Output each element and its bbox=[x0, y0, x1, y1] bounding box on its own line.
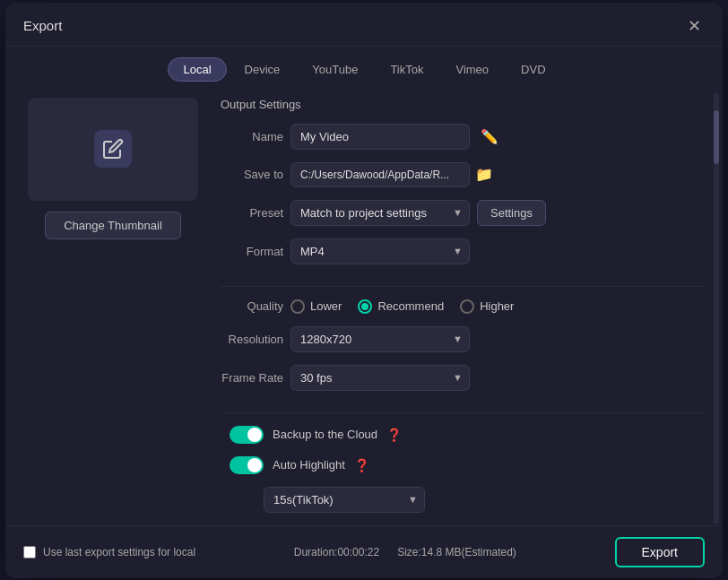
change-thumbnail-button[interactable]: Change Thumbnail bbox=[45, 212, 181, 239]
quality-recommend-label: Recommend bbox=[377, 299, 444, 313]
quality-lower[interactable]: Lower bbox=[290, 299, 342, 314]
tabs-row: Local Device YouTube TikTok Vimeo DVD bbox=[5, 47, 723, 89]
quality-higher-radio[interactable] bbox=[460, 299, 474, 314]
quality-options: Lower Recommend Higher bbox=[290, 299, 514, 314]
save-to-row: Save to 📁 bbox=[221, 162, 705, 187]
quality-recommend-radio[interactable] bbox=[358, 299, 372, 314]
quality-lower-label: Lower bbox=[310, 299, 342, 313]
highlight-select-wrap: 15s(TikTok) ▼ bbox=[264, 487, 705, 513]
save-to-label: Save to bbox=[221, 168, 283, 181]
ai-icon[interactable]: ✏️ bbox=[481, 128, 498, 145]
format-select[interactable]: MP4 bbox=[290, 238, 470, 264]
format-row: Format MP4 ▼ bbox=[221, 238, 705, 264]
left-panel: Change Thumbnail bbox=[23, 98, 203, 525]
quality-recommend[interactable]: Recommend bbox=[358, 299, 444, 314]
cloud-backup-toggle[interactable] bbox=[230, 426, 264, 444]
auto-highlight-label: Auto Highlight bbox=[273, 458, 345, 472]
settings-button[interactable]: Settings bbox=[477, 200, 546, 226]
quality-row: Quality Lower Recommend Higher bbox=[221, 299, 705, 314]
name-label: Name bbox=[221, 130, 283, 143]
save-to-input[interactable] bbox=[290, 162, 470, 187]
scrollbar-thumb[interactable] bbox=[714, 110, 719, 164]
auto-highlight-help-icon[interactable]: ❓ bbox=[354, 458, 369, 472]
frame-rate-label: Frame Rate bbox=[221, 371, 283, 385]
preset-row: Preset Match to project settings ▼ Setti… bbox=[221, 200, 705, 226]
tab-dvd[interactable]: DVD bbox=[507, 58, 559, 81]
last-settings-checkbox[interactable] bbox=[23, 546, 36, 558]
quality-higher[interactable]: Higher bbox=[460, 299, 514, 314]
name-row: Name ✏️ bbox=[221, 124, 705, 150]
tab-youtube[interactable]: YouTube bbox=[298, 58, 372, 81]
folder-icon[interactable]: 📁 bbox=[475, 166, 493, 183]
quality-label: Quality bbox=[221, 299, 283, 313]
export-dialog: Export ✕ Local Device YouTube TikTok Vim… bbox=[5, 3, 723, 578]
auto-highlight-row: Auto Highlight ❓ bbox=[221, 456, 705, 474]
quality-higher-label: Higher bbox=[480, 299, 514, 313]
resolution-select[interactable]: 1280x720 bbox=[290, 326, 470, 352]
cloud-backup-toggle-thumb bbox=[247, 428, 262, 442]
highlight-duration-select-wrap: 15s(TikTok) ▼ bbox=[264, 487, 425, 513]
auto-highlight-toggle-thumb bbox=[247, 458, 262, 472]
highlight-duration-select[interactable]: 15s(TikTok) bbox=[264, 487, 425, 513]
frame-rate-row: Frame Rate 30 fps ▼ bbox=[221, 365, 705, 391]
frame-rate-select-wrap: 30 fps ▼ bbox=[290, 365, 470, 391]
thumbnail-icon bbox=[94, 130, 132, 168]
right-panel: Output Settings Name ✏️ Save to 📁 Preset bbox=[221, 98, 705, 525]
section-title: Output Settings bbox=[221, 98, 705, 111]
divider-1 bbox=[221, 286, 705, 287]
content-area: Change Thumbnail Output Settings Name ✏️… bbox=[5, 89, 723, 525]
export-button[interactable]: Export bbox=[615, 537, 705, 567]
quality-recommend-radio-inner bbox=[361, 303, 368, 310]
preset-label: Preset bbox=[221, 206, 283, 220]
cloud-backup-row: Backup to the Cloud ❓ bbox=[221, 426, 705, 444]
duration-info: Duration:00:00:22 bbox=[294, 546, 379, 558]
close-button[interactable]: ✕ bbox=[683, 15, 705, 37]
cloud-backup-label: Backup to the Cloud bbox=[273, 428, 377, 441]
format-label: Format bbox=[221, 245, 283, 258]
footer-info: Duration:00:00:22 Size:14.8 MB(Estimated… bbox=[294, 546, 516, 558]
tab-vimeo[interactable]: Vimeo bbox=[441, 58, 503, 81]
path-input-wrap: 📁 bbox=[290, 162, 493, 187]
dialog-title: Export bbox=[23, 18, 62, 33]
resolution-row: Resolution 1280x720 ▼ bbox=[221, 326, 705, 352]
frame-rate-select[interactable]: 30 fps bbox=[290, 365, 470, 391]
preset-select[interactable]: Match to project settings bbox=[290, 200, 470, 226]
last-settings-label: Use last export settings for local bbox=[43, 546, 195, 558]
auto-highlight-toggle[interactable] bbox=[230, 456, 264, 474]
tab-tiktok[interactable]: TikTok bbox=[376, 58, 438, 81]
tab-device[interactable]: Device bbox=[230, 58, 295, 81]
footer: Use last export settings for local Durat… bbox=[5, 525, 723, 578]
preset-select-wrap: Match to project settings ▼ bbox=[290, 200, 470, 226]
quality-lower-radio[interactable] bbox=[290, 299, 305, 314]
divider-2 bbox=[221, 412, 705, 413]
resolution-select-wrap: 1280x720 ▼ bbox=[290, 326, 470, 352]
checkbox-row: Use last export settings for local bbox=[23, 546, 195, 558]
dialog-header: Export ✕ bbox=[5, 3, 723, 47]
format-select-wrap: MP4 ▼ bbox=[290, 238, 470, 264]
thumbnail-preview[interactable] bbox=[28, 98, 198, 201]
size-info: Size:14.8 MB(Estimated) bbox=[397, 546, 516, 558]
cloud-backup-help-icon[interactable]: ❓ bbox=[386, 428, 402, 442]
resolution-label: Resolution bbox=[221, 333, 283, 346]
name-input[interactable] bbox=[290, 124, 470, 150]
scrollbar-track[interactable] bbox=[714, 92, 719, 524]
tab-local[interactable]: Local bbox=[168, 57, 226, 82]
